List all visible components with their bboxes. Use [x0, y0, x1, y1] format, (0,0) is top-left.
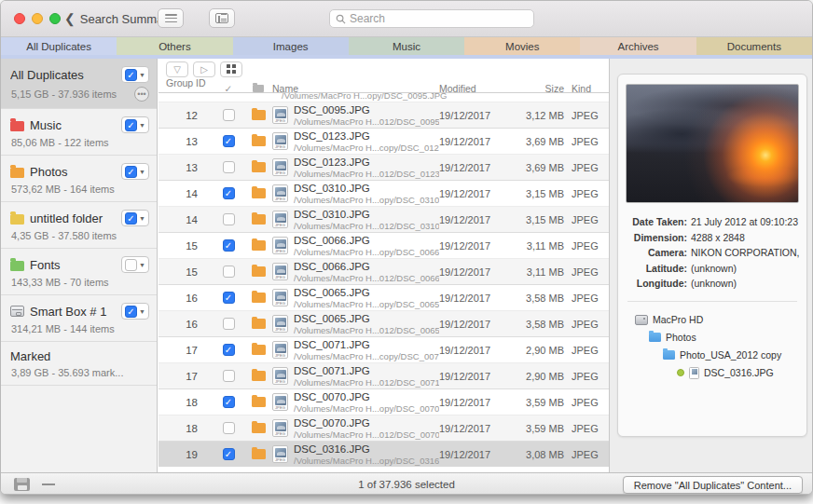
chevron-down-icon[interactable]: ▼ [139, 72, 145, 78]
chevron-down-icon[interactable]: ▼ [139, 169, 145, 175]
sidebar-item-untitled-folder[interactable]: untitled folder✓▼4,35 GB - 37.580 items [1, 202, 157, 249]
tree-item[interactable]: DSC_0316.JPG [626, 364, 799, 382]
folder-icon[interactable] [252, 397, 266, 407]
checkbox-icon[interactable]: ✓ [125, 166, 137, 178]
row-checkbox[interactable] [223, 422, 235, 434]
table-row[interactable]: 15JPEGDSC_0066.JPG/Volumes/MacPro H...01… [158, 258, 609, 284]
include-checkbox-control[interactable]: ▼ [121, 256, 149, 273]
table-row[interactable]: 16JPEGDSC_0065.JPG/Volumes/MacPro H...01… [158, 310, 609, 336]
sidebar-item-photos[interactable]: Photos✓▼573,62 MB - 164 items [1, 156, 157, 202]
row-checkbox[interactable] [223, 370, 235, 382]
chevron-down-icon[interactable]: ▼ [139, 308, 145, 315]
table-row[interactable]: 13JPEGDSC_0123.JPG/Volumes/MacPro H...01… [158, 154, 609, 180]
chevron-down-icon[interactable]: ▼ [139, 215, 145, 222]
table-row[interactable]: 12JPEGDSC_0095.JPG/Volumes/MacPro H...01… [158, 102, 609, 128]
sidebar-item-smart-box-1[interactable]: Smart Box # 1✓▼314,21 MB - 144 items [1, 295, 157, 342]
clipped-table-row[interactable]: /Volumes/MacPro H...opy/DSC_0095.JPG [158, 93, 609, 102]
include-checkbox-control[interactable]: ✓▼ [121, 66, 149, 83]
chevron-down-icon[interactable]: ▼ [139, 122, 145, 129]
row-checkbox[interactable] [223, 318, 235, 330]
row-checkbox[interactable] [223, 266, 235, 278]
folder-icon[interactable] [252, 266, 266, 277]
folder-icon[interactable] [252, 293, 266, 303]
tab-music[interactable]: Music [349, 37, 464, 55]
checkbox-icon[interactable]: ✓ [125, 119, 137, 131]
tree-item[interactable]: Photo_USA_2012 copy [626, 347, 799, 364]
row-checkbox[interactable]: ✓ [223, 396, 235, 408]
include-checkbox-control[interactable]: ✓▼ [121, 116, 149, 133]
sidebar-item-fonts[interactable]: Fonts▼143,33 MB - 70 items [1, 249, 157, 295]
grid-view-button[interactable] [220, 61, 242, 77]
table-row[interactable]: 14✓JPEGDSC_0310.JPG/Volumes/MacPro H...o… [158, 180, 609, 206]
tab-movies[interactable]: Movies [464, 37, 580, 55]
table-row[interactable]: 13✓JPEGDSC_0123.JPG/Volumes/MacPro H...c… [158, 128, 609, 154]
table-row[interactable]: 18JPEGDSC_0070.JPG/Volumes/MacPro H...01… [158, 415, 609, 441]
more-options-button[interactable]: ••• [134, 87, 149, 102]
row-checkbox[interactable] [223, 213, 235, 225]
folder-icon[interactable] [252, 319, 266, 329]
minimize-window-button[interactable] [32, 13, 43, 24]
tab-documents[interactable]: Documents [696, 37, 812, 55]
folder-icon[interactable] [252, 188, 266, 198]
table-row[interactable]: 19✓JPEGDSC_0316.JPG/Volumes/MacPro H...o… [158, 441, 609, 467]
include-checkbox-control[interactable]: ✓▼ [121, 303, 149, 320]
folder-icon[interactable] [252, 371, 266, 381]
marked-dot-icon [677, 369, 684, 376]
table-row[interactable]: 17JPEGDSC_0071.JPG/Volumes/MacPro H...01… [158, 362, 609, 388]
tree-item[interactable]: MacPro HD [626, 311, 799, 329]
checkbox-icon[interactable] [125, 259, 137, 271]
folder-icon[interactable] [252, 240, 266, 251]
close-window-button[interactable] [14, 13, 25, 24]
folder-icon[interactable] [252, 345, 266, 355]
folder-icon[interactable] [252, 162, 266, 172]
filter-collapse-button[interactable]: ▽ [166, 61, 188, 77]
search-input[interactable] [350, 12, 528, 25]
list-view-button[interactable] [158, 8, 184, 28]
tab-images[interactable]: Images [233, 37, 349, 55]
cell-file-path: /Volumes/MacPro H...012/DSC_0095.JPG [294, 116, 439, 127]
hard-drive-icon [635, 315, 648, 325]
jpeg-file-icon: JPEG [272, 237, 288, 254]
sidebar-item-marked[interactable]: Marked3,89 GB - 35.693 mark... [1, 342, 157, 386]
row-checkbox[interactable]: ✓ [223, 187, 235, 199]
title-bar: ❮ Search Summary [1, 1, 812, 36]
row-checkbox[interactable] [223, 161, 235, 173]
include-checkbox-control[interactable]: ✓▼ [121, 210, 149, 226]
row-checkbox[interactable]: ✓ [223, 239, 235, 252]
zoom-window-button[interactable] [49, 13, 61, 24]
table-row[interactable]: 14JPEGDSC_0310.JPG/Volumes/MacPro H...01… [158, 206, 609, 232]
file-details-panel: Date Taken:21 July 2012 at 09:10:23Dimen… [609, 59, 813, 472]
folder-icon[interactable] [252, 214, 266, 225]
row-checkbox[interactable]: ✓ [223, 292, 235, 304]
row-checkbox[interactable]: ✓ [223, 344, 235, 356]
tab-all-duplicates[interactable]: All Duplicates [1, 37, 117, 55]
checkbox-icon[interactable]: ✓ [125, 212, 137, 225]
detail-view-button[interactable] [209, 8, 235, 28]
chevron-down-icon[interactable]: ▼ [139, 262, 145, 268]
folder-icon[interactable] [252, 449, 266, 459]
table-row[interactable]: 16✓JPEGDSC_0065.JPG/Volumes/MacPro H...o… [158, 284, 609, 310]
row-checkbox[interactable]: ✓ [223, 448, 235, 460]
tree-item[interactable]: Photos [626, 329, 799, 347]
checkbox-icon[interactable]: ✓ [125, 306, 137, 318]
include-checkbox-control[interactable]: ✓▼ [121, 163, 149, 180]
tab-archives[interactable]: Archives [580, 37, 696, 55]
folder-icon[interactable] [252, 423, 266, 433]
folder-icon[interactable] [252, 136, 266, 146]
remove-duplicates-button[interactable]: Remove "All Duplicates" Content... [623, 476, 803, 494]
sidebar-item-label: Photos [30, 165, 116, 179]
sidebar-item-all-duplicates[interactable]: All Duplicates✓▼5,15 GB - 37.936 items••… [1, 59, 157, 109]
sidebar-item-music[interactable]: Music✓▼85,06 MB - 122 items [1, 109, 157, 156]
row-checkbox[interactable] [223, 109, 235, 121]
checkbox-icon[interactable]: ✓ [125, 69, 137, 81]
table-row[interactable]: 17✓JPEGDSC_0071.JPG/Volumes/MacPro H...c… [158, 336, 609, 362]
folder-icon[interactable] [252, 110, 266, 120]
tab-others[interactable]: Others [117, 37, 232, 55]
search-field[interactable] [329, 9, 534, 28]
table-row[interactable]: 18✓JPEGDSC_0070.JPG/Volumes/MacPro H...o… [158, 388, 609, 415]
filter-expand-button[interactable]: ▷ [193, 61, 215, 77]
row-checkbox[interactable]: ✓ [223, 135, 235, 147]
metadata-label: Longitude: [626, 276, 691, 292]
cell-file-path: /Volumes/MacPro H...opy/DSC_0066.JPG [294, 247, 439, 257]
table-row[interactable]: 15✓JPEGDSC_0066.JPG/Volumes/MacPro H...o… [158, 232, 609, 258]
